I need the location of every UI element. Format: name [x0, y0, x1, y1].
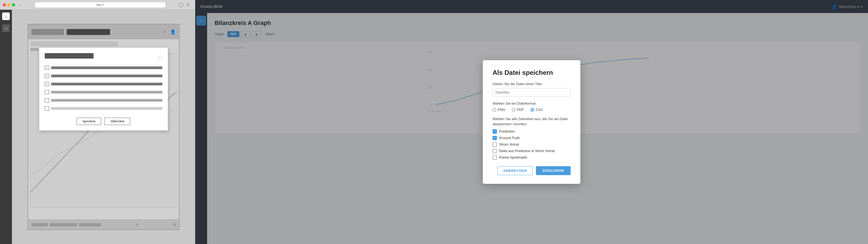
timeseries-label: Wählen Sie alle Zeitreihen aus, die Sie …	[493, 117, 570, 126]
cb-prediction-label: Prediction	[499, 129, 515, 133]
cb-ground-truth[interactable]	[493, 136, 497, 140]
sketch-save-button[interactable]: Speichern	[77, 118, 101, 125]
sketch-cb-5[interactable]	[45, 98, 49, 102]
modal-overlay: Als Datei speichern Geben Sie der Datei …	[195, 0, 868, 244]
save-dialog: Als Datei speichern Geben Sie der Datei …	[483, 60, 580, 184]
cb-preise[interactable]	[493, 155, 497, 160]
cb-row-delta: Delta aus Prediction & Strom Vorrat	[493, 149, 570, 153]
cb-strom-vorrat[interactable]	[493, 142, 497, 147]
sketch-bg-title	[30, 41, 118, 47]
modal-title: Als Datei speichern	[493, 69, 570, 77]
browser-icons: ◯ ♬	[179, 2, 192, 7]
location-icon[interactable]: ◯	[179, 2, 184, 7]
url-bar[interactable]: http://	[35, 2, 166, 8]
cb-delta[interactable]	[493, 149, 497, 153]
sketch-frame: ⌖ 👤	[28, 24, 180, 230]
sketch-sidebar-doc[interactable]: ▭	[2, 24, 10, 32]
sketch-cancel-button[interactable]: Abbrechen	[104, 118, 130, 125]
url-text: http://	[96, 3, 104, 6]
sketch-edit-icon[interactable]: ✎	[135, 222, 138, 227]
sketch-bottom-block-2	[50, 223, 77, 226]
sketch-header-user-icon: 👤	[170, 29, 176, 34]
sketch-sidebar: ⌂ ▭	[0, 10, 12, 244]
sketch-cb-4[interactable]	[45, 90, 49, 94]
sketch-cb-label-5	[51, 99, 162, 102]
traffic-light-green[interactable]	[12, 3, 15, 6]
format-radio-group: PNG PDF CSV	[493, 108, 570, 112]
sketch-header-pin-icon: ⌖	[163, 30, 166, 34]
cb-row-prediction: Prediction	[493, 129, 570, 134]
format-png-label: PNG	[498, 108, 505, 112]
format-csv-option[interactable]: CSV	[530, 108, 543, 112]
sketch-checkbox-row-4	[45, 90, 162, 94]
sketch-cb-3[interactable]	[45, 82, 49, 86]
browser-chrome: ‹ › http:// ◯ ♬	[0, 0, 195, 10]
sketch-checkbox-row-5	[45, 98, 162, 102]
left-browser-panel: ‹ › http:// ◯ ♬ ⌂ ▭ ⌖ 👤	[0, 0, 195, 244]
nav-arrows: ‹ ›	[19, 3, 22, 7]
file-title-input[interactable]	[493, 88, 570, 96]
sketch-bottom-bar: ✎ ⧉	[28, 220, 179, 230]
traffic-light-red[interactable]	[3, 3, 6, 6]
sketch-content-area: ⌖ 👤	[12, 10, 195, 244]
sketch-checkbox-row-3	[45, 82, 162, 86]
cb-preise-label: Preise Spottmarkt	[499, 155, 527, 159]
sketch-cb-label-1	[51, 66, 162, 69]
back-icon[interactable]: ‹	[19, 3, 20, 7]
sketch-app-body: ⌂ ▭ ⌖ 👤	[0, 10, 195, 244]
sketch-checkbox-list	[45, 66, 162, 113]
sketch-cb-label-6	[51, 107, 162, 110]
user-icon[interactable]: ♬	[186, 2, 189, 7]
sketch-sidebar-home[interactable]: ⌂	[2, 12, 10, 20]
format-png-option[interactable]: PNG	[493, 108, 505, 112]
sketch-modal-footer: Speichern Abbrechen	[45, 118, 162, 125]
sketch-bottom-block-3	[79, 223, 101, 226]
sketch-bottom-block-1	[31, 223, 48, 226]
sketch-header-title-block	[67, 29, 110, 35]
sketch-header-logo	[31, 29, 64, 35]
sketch-cb-label-4	[51, 91, 162, 94]
sketch-cb-6[interactable]	[45, 106, 49, 111]
cb-ground-truth-label: Ground Truth	[499, 136, 520, 140]
sketch-cb-label-3	[51, 83, 162, 85]
cb-prediction[interactable]	[493, 129, 497, 134]
modal-footer: ABBRECHEN SPEICHERN	[493, 166, 570, 175]
forward-icon[interactable]: ›	[21, 3, 22, 7]
sketch-checkbox-row-2	[45, 74, 162, 78]
sketch-cb-1[interactable]	[45, 66, 49, 70]
format-csv-label: CSV	[536, 108, 543, 112]
right-app-panel: Exxeta iBKM 👤 Bilanzkreis A ▾ ⌂ Bilanzkr…	[195, 0, 868, 244]
format-label: Wählen Sie ein Dateiformat:	[493, 101, 570, 105]
format-pdf-label: PDF	[517, 108, 524, 112]
format-png-radio[interactable]	[493, 108, 496, 112]
sketch-checkbox-row-1	[45, 66, 162, 70]
sketch-modal-title-block	[45, 53, 94, 59]
cb-strom-vorrat-label: Strom Vorrat	[499, 142, 519, 146]
format-pdf-radio[interactable]	[512, 108, 516, 112]
traffic-lights	[3, 3, 15, 6]
cb-delta-label: Delta aus Prediction & Strom Vorrat	[499, 149, 555, 153]
cb-row-preise: Preise Spottmarkt	[493, 155, 570, 160]
sketch-modal-header: ⛶	[45, 53, 162, 62]
modal-cancel-button[interactable]: ABBRECHEN	[497, 166, 533, 175]
traffic-light-yellow[interactable]	[7, 3, 10, 6]
sketch-copy-icon[interactable]: ⧉	[173, 222, 176, 227]
sketch-main: ⛶	[28, 39, 179, 220]
file-title-label: Geben Sie der Datei einen Titel:	[493, 82, 570, 86]
format-pdf-option[interactable]: PDF	[512, 108, 524, 112]
sketch-inner-header: ⌖ 👤	[28, 24, 179, 39]
sketch-cb-2[interactable]	[45, 74, 49, 78]
format-csv-radio[interactable]	[530, 108, 534, 112]
sketch-modal: ⛶	[39, 48, 168, 131]
cb-row-strom-vorrat: Strom Vorrat	[493, 142, 570, 147]
sketch-checkbox-row-6	[45, 106, 162, 111]
sketch-cb-label-2	[51, 74, 162, 77]
cb-row-ground-truth: Ground Truth	[493, 136, 570, 140]
sketch-modal-close-icon[interactable]: ⛶	[159, 56, 162, 60]
modal-save-button[interactable]: SPEICHERN	[536, 166, 570, 175]
